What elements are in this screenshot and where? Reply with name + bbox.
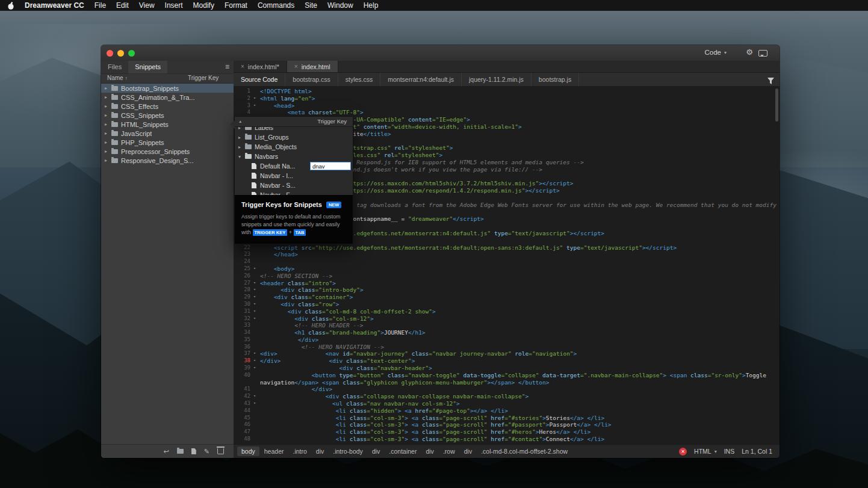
tag-selector-item[interactable]: .intro — [288, 446, 311, 456]
menu-site[interactable]: Site — [305, 1, 317, 10]
code-line[interactable]: 37▾<div> <nav id="navbar-journey" class=… — [234, 350, 780, 357]
tag-selector-item[interactable]: .container — [385, 446, 421, 456]
menu-file[interactable]: File — [95, 1, 106, 10]
fold-arrow-icon[interactable]: ▾ — [250, 315, 259, 323]
fold-arrow-icon[interactable]: ▾ — [250, 102, 259, 110]
sync-settings-icon[interactable]: ⚙ — [746, 48, 753, 57]
popup-row[interactable]: Navbar - F... — [235, 190, 353, 195]
code-line[interactable]: 4 <meta charset="UTF-8"> — [234, 109, 780, 116]
disclosure-icon[interactable]: ▸ — [105, 113, 111, 118]
tag-selector-item[interactable]: div — [368, 446, 384, 456]
menu-format[interactable]: Format — [225, 1, 247, 10]
window-titlebar[interactable]: Code ▾ ⚙ — [101, 45, 780, 61]
disclosure-icon[interactable]: ▸ — [105, 103, 111, 109]
code-line[interactable]: 43▾ <ul class="nav navbar-nav col-sm-12"… — [234, 400, 780, 407]
trigger-key-input[interactable] — [310, 162, 351, 170]
disclosure-icon[interactable]: ▾ — [238, 154, 245, 159]
fold-arrow-icon[interactable]: ▾ — [250, 350, 259, 357]
code-line[interactable]: 40 <button type="button" class="navbar-t… — [234, 372, 780, 379]
scroll-up-icon[interactable]: ▲ — [238, 119, 242, 123]
disclosure-icon[interactable]: ▸ — [105, 131, 111, 136]
code-line[interactable]: 41 </div> — [234, 386, 780, 393]
fold-arrow-icon[interactable]: ▾ — [250, 357, 259, 365]
apply-snippet-icon[interactable]: ↩ — [164, 448, 169, 455]
code-line[interactable]: 2▾<html lang="en"> — [234, 95, 780, 102]
code-line[interactable]: 44 <li class="hidden"> <a href="#page-to… — [234, 407, 780, 415]
popup-row[interactable]: Navbar - I... — [235, 171, 353, 181]
code-line[interactable]: 24 — [234, 258, 780, 265]
code-line[interactable]: 39▾ <div class="navbar-header"> — [234, 365, 780, 372]
panel-column-header[interactable]: Name ↑ Trigger Key — [101, 74, 234, 84]
snippet-folder-row[interactable]: ▸HTML_Snippets — [101, 120, 234, 129]
related-file[interactable]: Source Code — [234, 73, 285, 86]
scrollbar-thumb[interactable] — [775, 88, 778, 122]
code-line[interactable]: 45 <li class="col-sm-3"> <a class="page-… — [234, 415, 780, 422]
code-line[interactable]: 23 </head> — [234, 251, 780, 258]
related-file[interactable]: montserrat:n4:default.js — [380, 73, 462, 86]
code-line[interactable]: 31▾ <div class="col-md-8 col-md-offset-2… — [234, 308, 780, 315]
snippet-folder-row[interactable]: ▸Bootstrap_Snippets — [101, 84, 234, 93]
code-line[interactable]: 47 <li class="col-sm-3"> <a class="page-… — [234, 428, 780, 436]
code-line[interactable]: 42▾ <div class="collapse navbar-collapse… — [234, 393, 780, 400]
fold-arrow-icon[interactable]: ▾ — [250, 365, 259, 372]
new-folder-icon[interactable] — [177, 449, 184, 454]
code-line[interactable]: 34 <h1 class="brand-heading">JOURNEY</h1… — [234, 329, 780, 336]
code-line[interactable]: 32▾ <div class="col-sm-12"> — [234, 315, 780, 323]
disclosure-icon[interactable]: ▸ — [105, 149, 111, 154]
code-line[interactable]: 22 <script src="http://use.edgefonts.net… — [234, 244, 780, 252]
popup-row[interactable]: ▾Navbars — [235, 152, 353, 161]
tag-selector-item[interactable]: .intro-body — [329, 446, 367, 456]
menu-modify[interactable]: Modify — [193, 1, 214, 10]
related-file[interactable]: bootstrap.css — [285, 73, 338, 86]
doctype-dropdown[interactable]: HTML ▾ — [694, 448, 717, 455]
delete-snippet-icon[interactable] — [217, 448, 224, 454]
code-line[interactable]: 48 <li class="col-sm-3"> <a class="page-… — [234, 436, 780, 443]
tag-selector-item[interactable]: div — [421, 446, 438, 456]
menu-window[interactable]: Window — [327, 1, 353, 10]
disclosure-icon[interactable]: ▸ — [238, 135, 245, 140]
popup-row[interactable]: ▸Media_Objects — [235, 142, 353, 152]
fold-arrow-icon[interactable]: ▾ — [250, 95, 259, 102]
related-file[interactable]: jquery-1.11.2.min.js — [462, 73, 532, 86]
code-line[interactable]: navigation</span> <span class="glyphicon… — [234, 379, 780, 386]
code-line[interactable]: 27▾<header class="intro"> — [234, 280, 780, 287]
code-line[interactable]: 33 <!-- HERO HEADER --> — [234, 322, 780, 329]
app-menu-title[interactable]: Dreamweaver CC — [25, 1, 84, 10]
panel-tab-snippets[interactable]: Snippets — [128, 61, 167, 73]
fold-arrow-icon[interactable]: ▾ — [250, 393, 259, 400]
code-line[interactable]: 29▾ <div class="container"> — [234, 294, 780, 301]
popup-row[interactable]: ▸Labels — [235, 127, 353, 132]
tag-selector-item[interactable]: body — [237, 446, 259, 456]
code-line[interactable]: 30▾ <div class="row"> — [234, 301, 780, 308]
minimize-button[interactable] — [117, 50, 124, 57]
menu-commands[interactable]: Commands — [258, 1, 294, 10]
popup-row[interactable]: ▸List_Groups — [235, 132, 353, 142]
menu-edit[interactable]: Edit — [116, 1, 129, 10]
popup-row[interactable]: Default Na... — [235, 161, 353, 171]
code-line[interactable]: 35 </div> — [234, 336, 780, 344]
code-line[interactable]: 1<!DOCTYPE html> — [234, 88, 780, 95]
fold-arrow-icon[interactable]: ▾ — [250, 400, 259, 407]
lint-error-icon[interactable]: ✕ — [679, 448, 687, 456]
disclosure-icon[interactable]: ▸ — [238, 144, 245, 150]
code-line[interactable]: 36 <!-- HERO NAVIGATION --> — [234, 344, 780, 351]
panel-menu-icon[interactable]: ≡ — [225, 63, 229, 71]
name-column-header[interactable]: Name ↑ — [107, 75, 127, 81]
filter-icon[interactable] — [767, 76, 774, 87]
related-file[interactable]: styles.css — [338, 73, 381, 86]
fold-arrow-icon[interactable]: ▾ — [250, 265, 259, 273]
view-mode-switcher[interactable]: Code ▾ — [704, 49, 727, 56]
disclosure-icon[interactable]: ▸ — [105, 140, 111, 145]
disclosure-icon[interactable]: ▸ — [105, 85, 111, 91]
fold-arrow-icon[interactable]: ▾ — [250, 294, 259, 301]
code-line[interactable]: 25▾ <body> — [234, 265, 780, 273]
snippet-folder-row[interactable]: ▸CSS_Effects — [101, 102, 234, 111]
new-snippet-icon[interactable] — [191, 448, 196, 454]
panel-tab-files[interactable]: Files — [101, 61, 128, 73]
trigger-key-column-header[interactable]: Trigger Key — [188, 75, 219, 81]
code-line[interactable]: 46 <li class="col-sm-3"> <a class="page-… — [234, 421, 780, 428]
snippet-folder-row[interactable]: ▸CSS_Animation_&_Tra... — [101, 93, 234, 102]
apple-menu-icon[interactable] — [7, 2, 14, 10]
code-line[interactable]: 3▾ <head> — [234, 102, 780, 110]
close-tab-icon[interactable]: × — [241, 63, 244, 70]
